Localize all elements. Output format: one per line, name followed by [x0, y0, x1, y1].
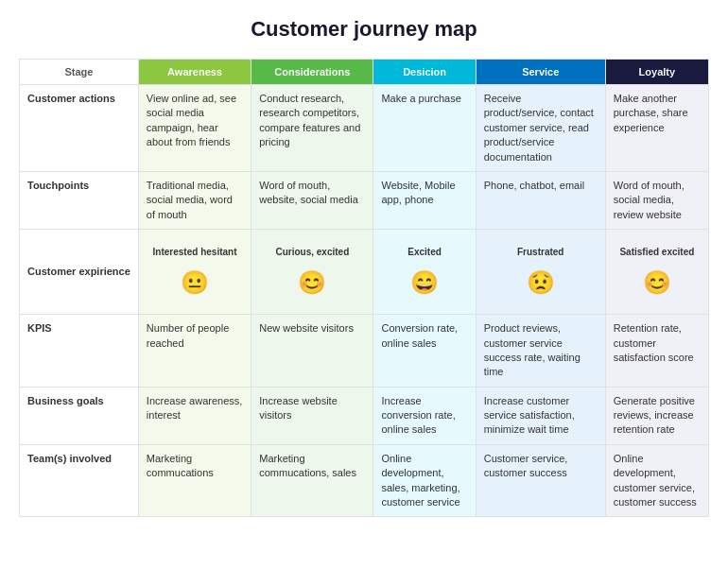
table-wrapper: StageAwarenessConsiderationsDesicionServ… — [19, 59, 709, 517]
table-row: KPISNumber of people reachedNew website … — [20, 315, 709, 388]
cell-r0-c1: Conduct research, research competitors, … — [251, 85, 373, 172]
row-label-4: Business goals — [20, 387, 139, 444]
table-row: Customer expirienceInterested hesitant😐C… — [20, 230, 709, 315]
table-row: TouchpointsTraditional media, social med… — [20, 171, 709, 229]
emotion-icon-0: 😐 — [181, 267, 209, 299]
table-row: Customer actionsView online ad, see soci… — [20, 85, 709, 172]
exp-label-1: Curious, excited — [275, 246, 349, 259]
exp-label-2: Excited — [407, 246, 442, 259]
header-awareness: Awareness — [138, 60, 251, 85]
header-desicion: Desicion — [373, 60, 476, 85]
cell-r1-c1: Word of mouth, website, social media — [251, 171, 373, 229]
cell-r1-c4: Word of mouth, social media, review webs… — [605, 171, 708, 229]
exp-label-4: Satisfied excited — [619, 246, 694, 259]
header-considerations: Considerations — [251, 60, 373, 85]
cell-r2-c1: Curious, excited😊 — [251, 230, 373, 315]
cell-r3-c0: Number of people reached — [138, 315, 251, 388]
cell-r0-c0: View online ad, see social media campaig… — [138, 85, 251, 172]
emotion-icon-4: 😊 — [643, 267, 671, 299]
cell-r4-c2: Increase conversion rate, online sales — [373, 387, 476, 444]
row-label-0: Customer actions — [20, 85, 139, 172]
exp-label-0: Interested hesitant — [153, 246, 237, 259]
cell-r5-c0: Marketing commucations — [138, 444, 251, 517]
row-label-2: Customer expirience — [20, 230, 139, 315]
cell-r2-c3: Frustrated😟 — [476, 230, 605, 315]
header-stage: Stage — [20, 60, 139, 85]
table-row: Team(s) involvedMarketing commucationsMa… — [20, 444, 709, 517]
cell-r4-c4: Generate positive reviews, increase rete… — [605, 387, 708, 444]
cell-r4-c0: Increase awareness, interest — [138, 387, 251, 444]
cell-r2-c4: Satisfied excited😊 — [605, 230, 708, 315]
cell-r1-c0: Traditional media, social media, word of… — [138, 171, 251, 229]
row-label-1: Touchpoints — [20, 171, 139, 229]
cell-r2-c0: Interested hesitant😐 — [138, 230, 251, 315]
emotion-icon-2: 😄 — [410, 267, 439, 299]
cell-r0-c4: Make another purchase, share experience — [605, 85, 708, 172]
page-wrapper: Customer journey map StageAwarenessConsi… — [0, 0, 728, 586]
exp-label-3: Frustrated — [517, 246, 563, 259]
row-label-3: KPIS — [20, 315, 139, 388]
header-service: Service — [476, 60, 605, 85]
header-loyalty: Loyalty — [605, 60, 708, 85]
row-label-5: Team(s) involved — [20, 444, 139, 517]
cell-r3-c2: Conversion rate, online sales — [373, 315, 476, 388]
page-title: Customer journey map — [19, 17, 709, 42]
emotion-icon-1: 😊 — [298, 267, 326, 299]
cell-r4-c1: Increase website visitors — [251, 387, 373, 444]
cell-r3-c4: Retention rate, customer satisfaction sc… — [605, 315, 708, 388]
cell-r5-c3: Customer service, customer success — [476, 444, 605, 517]
cell-r1-c3: Phone, chatbot, email — [476, 171, 605, 229]
emotion-icon-3: 😟 — [527, 267, 555, 299]
cell-r2-c2: Excited😄 — [373, 230, 476, 315]
journey-map-table: StageAwarenessConsiderationsDesicionServ… — [19, 59, 709, 517]
cell-r4-c3: Increase customer service satisfaction, … — [476, 387, 605, 444]
cell-r5-c2: Online development, sales, marketing, cu… — [373, 444, 476, 517]
cell-r3-c3: Product reviews, customer service succes… — [476, 315, 605, 388]
cell-r0-c3: Receive product/service, contact custome… — [476, 85, 605, 172]
cell-r0-c2: Make a purchase — [373, 85, 476, 172]
cell-r5-c1: Marketing commucations, sales — [251, 444, 373, 517]
cell-r3-c1: New website visitors — [251, 315, 373, 388]
table-row: Business goalsIncrease awareness, intere… — [20, 387, 709, 444]
cell-r1-c2: Website, Mobile app, phone — [373, 171, 476, 229]
cell-r5-c4: Online development, customer service, cu… — [605, 444, 708, 517]
